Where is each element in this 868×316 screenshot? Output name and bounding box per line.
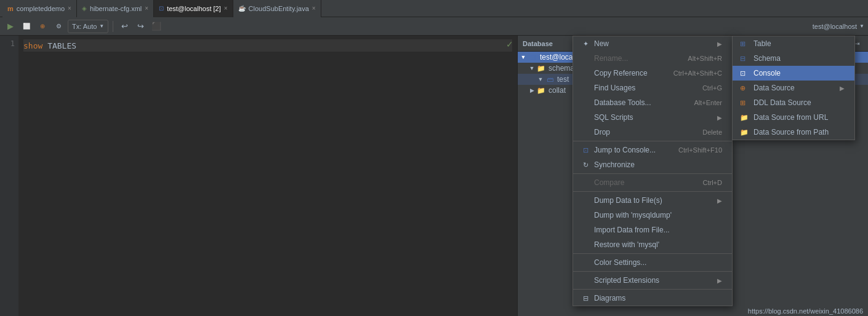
- db-connection-icon: ⊡: [528, 52, 537, 62]
- ctx-item-copy-ref[interactable]: Copy Reference Ctrl+Alt+Shift+C: [573, 66, 732, 81]
- editor-area[interactable]: 1 show TABLES ✓: [0, 36, 517, 316]
- db-tools-shortcut: Alt+Enter: [694, 99, 722, 106]
- status-url-text: https://blog.csdn.net/weixin_41086086: [748, 307, 863, 315]
- copy-ref-label: Copy Reference: [594, 69, 648, 77]
- tab-completeddemo[interactable]: m completeddemo ×: [2, 0, 77, 17]
- ddl-icon-sub: ⊞: [740, 98, 750, 108]
- sql-scripts-left: SQL Scripts: [581, 113, 633, 122]
- db-icon-button[interactable]: ⊕: [36, 20, 49, 33]
- chevron-down-icon-conn[interactable]: ▼: [859, 23, 864, 29]
- tx-label: Tx: Auto: [72, 23, 97, 30]
- compare-label: Compare: [594, 178, 624, 187]
- ctx-item-find-usages[interactable]: Find Usages Ctrl+G: [573, 81, 732, 95]
- tree-arrow-connection: ▼: [519, 54, 528, 60]
- dump-mysqldump-left: Dump with 'mysqldump': [581, 210, 672, 220]
- dump-file-label: Dump Data to File(s): [594, 196, 662, 205]
- close-icon-cloud[interactable]: ×: [312, 5, 316, 12]
- new-arrow-icon: ▶: [717, 41, 722, 47]
- ds-arrow: ▶: [840, 85, 845, 92]
- tree-arrow-test: ▼: [536, 76, 545, 82]
- close-icon[interactable]: ×: [68, 5, 71, 12]
- db-tools-icon: [581, 98, 590, 108]
- compare-shortcut: Ctrl+D: [703, 179, 722, 186]
- sync-left: ↻ Synchronize: [581, 160, 635, 170]
- ctx-item-synchronize[interactable]: ↻ Synchronize: [573, 157, 732, 172]
- schema-icon: 🗃: [545, 74, 555, 84]
- new-icon: ✦: [581, 39, 590, 49]
- jump-console-left: ⊡ Jump to Console...: [581, 145, 656, 155]
- close-icon-hibernate[interactable]: ×: [145, 5, 148, 12]
- editor-content[interactable]: show TABLES: [18, 36, 517, 316]
- ctx-item-compare: Compare Ctrl+D: [573, 175, 732, 190]
- ctx-item-jump-console[interactable]: ⊡ Jump to Console... Ctrl+Shift+F10: [573, 143, 732, 157]
- copy-ref-left: Copy Reference: [581, 68, 648, 78]
- main-toolbar: ▶ ⬜ ⊕ ⚙ Tx: Auto ▼ ↩ ↪ ⬛ test@localhost …: [0, 17, 868, 36]
- scripted-ext-label: Scripted Extensions: [594, 276, 659, 285]
- chevron-down-icon: ▼: [99, 23, 104, 29]
- sync-icon: ↻: [581, 160, 590, 170]
- undo-button[interactable]: ↩: [118, 20, 131, 33]
- compare-left: Compare: [581, 178, 624, 188]
- drop-left: Drop: [581, 127, 610, 137]
- compare-icon: [581, 178, 590, 188]
- find-usages-icon: [581, 83, 590, 93]
- import-data-left: Import Data from File...: [581, 225, 670, 235]
- dsurl-icon-sub: 📁: [740, 113, 750, 122]
- tree-arrow-collat: ▶: [528, 87, 536, 93]
- rename-shortcut: Alt+Shift+R: [688, 55, 722, 62]
- stop-button[interactable]: ⬛: [150, 20, 163, 33]
- keyword-show: show: [23, 41, 42, 50]
- ctx-new-left: ✦ New: [581, 39, 609, 49]
- ctx-item-new[interactable]: ✦ New ▶ ⊞ Table ⊟ Schema ⊡ Console ⊕ Dat…: [573, 36, 732, 51]
- submenu-schema[interactable]: ⊟ Schema: [733, 51, 854, 66]
- tx-dropdown[interactable]: Tx: Auto ▼: [68, 20, 108, 33]
- tab-hibernate[interactable]: ◈ hibernate-cfg.xml ×: [77, 0, 154, 17]
- scripted-ext-arrow: ▶: [717, 277, 722, 284]
- table-label: Table: [753, 39, 771, 48]
- db-tools-left: Database Tools...: [581, 98, 651, 108]
- scripted-ext-left: Scripted Extensions: [581, 275, 659, 285]
- ctx-item-diagrams[interactable]: ⊟ Diagrams: [573, 291, 732, 306]
- ctx-item-dump-file[interactable]: Dump Data to File(s) ▶: [573, 193, 732, 208]
- find-usages-label: Find Usages: [594, 84, 635, 92]
- ctx-item-dump-mysqldump[interactable]: Dump with 'mysqldump': [573, 208, 732, 223]
- ctx-item-color-settings[interactable]: Color Settings...: [573, 255, 732, 270]
- submenu-table[interactable]: ⊞ Table: [733, 36, 854, 51]
- ctx-item-import-data[interactable]: Import Data from File...: [573, 223, 732, 237]
- dump-file-left: Dump Data to File(s): [581, 196, 662, 205]
- connection-name: test@localhost: [813, 23, 857, 30]
- run-button[interactable]: ▶: [4, 20, 17, 33]
- redo-button[interactable]: ↪: [134, 20, 147, 33]
- copy-ref-icon: [581, 68, 590, 78]
- new-submenu: ⊞ Table ⊟ Schema ⊡ Console ⊕ Data Source…: [732, 36, 855, 140]
- close-icon-test[interactable]: ×: [224, 5, 228, 12]
- sql-scripts-icon: [581, 113, 590, 122]
- line-numbers: 1: [0, 36, 18, 316]
- settings-button[interactable]: ⚙: [52, 20, 65, 33]
- tab-test-localhost[interactable]: ⊡ test@localhost [2] ×: [154, 0, 233, 17]
- submenu-datasource-path[interactable]: 📁 Data Source from Path: [733, 125, 854, 140]
- submenu-datasource-url[interactable]: 📁 Data Source from URL: [733, 110, 854, 125]
- submenu-console[interactable]: ⊡ Console: [733, 66, 854, 81]
- editor-line-1: show TABLES: [23, 39, 512, 52]
- tab-icon-m: m: [7, 5, 14, 12]
- tree-arrow-schemas: ▼: [528, 65, 536, 71]
- schema-label: test: [557, 75, 569, 84]
- drop-label: Drop: [594, 128, 610, 136]
- datasource-icon-sub: ⊕: [740, 83, 750, 93]
- edit-button[interactable]: ⬜: [20, 20, 33, 33]
- ctx-item-restore-mysql[interactable]: Restore with 'mysql': [573, 237, 732, 252]
- ctx-item-drop[interactable]: Drop Delete: [573, 125, 732, 140]
- ctx-separator-5: [573, 271, 732, 272]
- tab-label-completeddemo: completeddemo: [17, 5, 65, 12]
- ctx-item-db-tools[interactable]: Database Tools... Alt+Enter: [573, 95, 732, 110]
- submenu-datasource[interactable]: ⊕ Data Source ▶: [733, 81, 854, 95]
- ctx-item-sql-scripts[interactable]: SQL Scripts ▶: [573, 110, 732, 125]
- ctx-item-scripted-ext[interactable]: Scripted Extensions ▶: [573, 273, 732, 288]
- tab-icon-sql: ⊡: [159, 5, 164, 12]
- drop-shortcut: Delete: [702, 128, 722, 136]
- diagrams-label: Diagrams: [594, 294, 625, 302]
- submenu-ddl-datasource[interactable]: ⊞ DDL Data Source: [733, 95, 854, 110]
- import-data-icon: [581, 225, 590, 235]
- tab-cloud[interactable]: ☕ CloudSubEntity.java ×: [233, 0, 321, 17]
